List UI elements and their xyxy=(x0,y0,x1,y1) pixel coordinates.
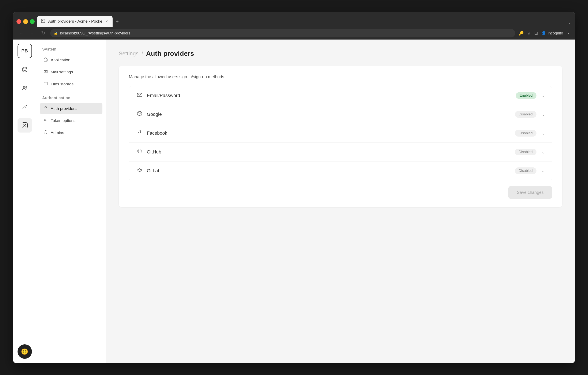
svg-rect-1 xyxy=(42,20,43,21)
provider-name-email-password: Email/Password xyxy=(147,93,516,98)
breadcrumb-current: Auth providers xyxy=(146,50,194,57)
sidebar-item-application[interactable]: Application xyxy=(40,55,102,65)
home-icon xyxy=(43,57,48,63)
status-badge-facebook: Disabled xyxy=(515,130,536,137)
files-icon xyxy=(43,81,48,87)
chevron-down-icon-google: ⌄ xyxy=(542,112,545,117)
gitlab-icon xyxy=(136,167,143,174)
url-text: localhost:8090/_/#/settings/auth-provide… xyxy=(60,31,130,35)
smiley-button[interactable]: 🙂 xyxy=(18,344,32,359)
sidebar-item-auth-providers[interactable]: Auth providers xyxy=(40,103,102,114)
breadcrumb-settings-link[interactable]: Settings xyxy=(119,50,138,57)
lock-icon xyxy=(43,106,48,111)
tab-bar: Auth providers - Acme - Pocke ✕ + ⌄ xyxy=(13,12,575,27)
email-icon xyxy=(136,92,143,99)
provider-item-github[interactable]: GitHub Disabled ⌄ xyxy=(129,143,552,162)
sidebar-mail-label: Mail settings xyxy=(51,70,73,74)
rail-icon-analytics[interactable] xyxy=(18,99,32,114)
svg-point-4 xyxy=(26,87,27,88)
status-badge-github: Disabled xyxy=(515,149,536,155)
rail-icon-users[interactable] xyxy=(18,81,32,95)
rail-icon-tools[interactable] xyxy=(18,118,32,132)
status-badge-gitlab: Disabled xyxy=(515,167,536,174)
incognito-badge: 👤 Incognito xyxy=(541,31,563,35)
provider-name-gitlab: GitLab xyxy=(147,168,515,174)
provider-item-email-password[interactable]: Email/Password Enabled ⌄ xyxy=(129,86,552,105)
address-right: 🔑 ☆ ⊡ 👤 Incognito ⋮ xyxy=(518,31,571,36)
google-icon xyxy=(136,111,143,118)
menu-dots-icon[interactable]: ⋮ xyxy=(567,31,571,36)
sidebar: System Application xyxy=(36,40,106,363)
provider-name-facebook: Facebook xyxy=(147,131,515,136)
content-card: Manage the allowed users sign-in/sign-up… xyxy=(119,66,562,207)
tab-icon xyxy=(41,19,46,24)
provider-item-google[interactable]: Google Disabled ⌄ xyxy=(129,105,552,124)
browser-tab[interactable]: Auth providers - Acme - Pocke ✕ xyxy=(37,16,113,27)
status-badge-google: Disabled xyxy=(515,111,536,118)
provider-item-facebook[interactable]: Facebook Disabled ⌄ xyxy=(129,124,552,143)
app-logo[interactable]: PB xyxy=(18,44,32,58)
sidebar-token-label: Token options xyxy=(51,118,75,123)
provider-list: Email/Password Enabled ⌄ Google xyxy=(129,86,552,180)
sidebar-application-label: Application xyxy=(51,58,70,62)
status-badge-email-password: Enabled xyxy=(516,92,536,99)
github-icon xyxy=(136,149,143,155)
token-icon xyxy=(43,118,48,123)
tab-close-button[interactable]: ✕ xyxy=(105,19,109,23)
sidebar-admins-label: Admins xyxy=(51,131,64,135)
traffic-lights xyxy=(16,19,35,27)
sidebar-item-files-storage[interactable]: Files storage xyxy=(40,79,102,89)
chevron-down-icon-gitlab: ⌄ xyxy=(542,168,545,173)
sidebar-auth-providers-label: Auth providers xyxy=(51,106,77,111)
save-btn-area: Save changes xyxy=(129,186,552,199)
auth-section-title: Authentication xyxy=(40,94,102,102)
svg-point-3 xyxy=(23,86,25,88)
provider-name-google: Google xyxy=(147,112,515,117)
tab-right-controls: ⌄ xyxy=(568,20,572,27)
browser-chrome: Auth providers - Acme - Pocke ✕ + ⌄ ← → … xyxy=(13,12,575,40)
main-content: Settings / Auth providers Manage the all… xyxy=(106,40,575,363)
svg-point-2 xyxy=(23,67,27,69)
save-changes-button[interactable]: Save changes xyxy=(508,186,552,199)
content-description: Manage the allowed users sign-in/sign-up… xyxy=(129,74,552,79)
close-traffic-light[interactable] xyxy=(16,19,21,24)
sidebar-item-mail-settings[interactable]: Mail settings xyxy=(40,66,102,77)
chevron-down-icon-facebook: ⌄ xyxy=(542,131,545,136)
breadcrumb: Settings / Auth providers xyxy=(119,50,562,57)
system-section-title: System xyxy=(40,45,102,53)
sidebar-files-label: Files storage xyxy=(51,82,74,87)
chevron-down-icon-email: ⌄ xyxy=(542,93,545,98)
forward-button[interactable]: → xyxy=(28,29,36,37)
svg-point-15 xyxy=(45,120,46,121)
url-bar[interactable]: 🔒 localhost:8090/_/#/settings/auth-provi… xyxy=(50,29,515,37)
split-screen-icon[interactable]: ⊡ xyxy=(534,31,538,36)
maximize-traffic-light[interactable] xyxy=(30,19,35,24)
svg-rect-0 xyxy=(42,19,45,23)
svg-rect-13 xyxy=(44,108,47,110)
address-bar: ← → ↻ 🔒 localhost:8090/_/#/settings/auth… xyxy=(13,27,575,40)
rail-icon-database[interactable] xyxy=(18,62,32,77)
facebook-icon xyxy=(136,130,143,137)
tab-title: Auth providers - Acme - Pocke xyxy=(48,19,102,24)
app-body: PB xyxy=(13,40,575,363)
minimize-traffic-light[interactable] xyxy=(23,19,28,24)
rail-bottom: 🙂 xyxy=(18,344,32,359)
breadcrumb-separator: / xyxy=(142,50,143,57)
shield-icon xyxy=(43,130,48,135)
sidebar-item-admins[interactable]: Admins xyxy=(40,127,102,138)
sidebar-item-token-options[interactable]: Token options xyxy=(40,115,102,126)
key-icon[interactable]: 🔑 xyxy=(518,31,524,36)
provider-name-github: GitHub xyxy=(147,149,515,155)
chevron-down-icon-github: ⌄ xyxy=(542,149,545,154)
new-tab-button[interactable]: + xyxy=(113,18,122,27)
mail-icon xyxy=(43,69,48,75)
icon-rail: PB xyxy=(13,40,36,363)
incognito-label: Incognito xyxy=(548,31,563,35)
refresh-button[interactable]: ↻ xyxy=(39,29,47,37)
back-button[interactable]: ← xyxy=(17,29,25,37)
incognito-avatar: 👤 xyxy=(541,31,546,35)
svg-rect-10 xyxy=(44,82,47,85)
provider-item-gitlab[interactable]: GitLab Disabled ⌄ xyxy=(129,162,552,180)
star-icon[interactable]: ☆ xyxy=(527,31,531,36)
svg-point-14 xyxy=(44,120,45,121)
